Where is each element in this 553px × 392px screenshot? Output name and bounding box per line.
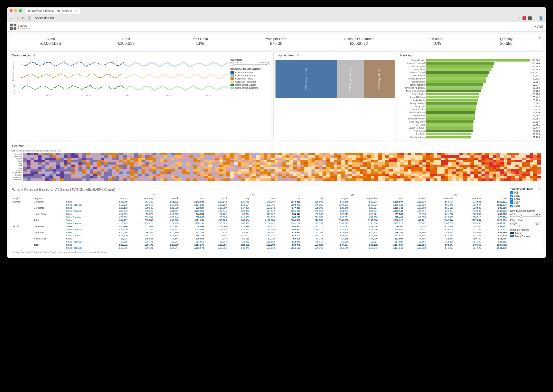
brand-name: apps xyxy=(20,24,27,27)
year-checkbox[interactable]: 2015 xyxy=(510,195,541,197)
kpi-label: Profit per Order xyxy=(265,37,288,41)
rank-row[interactable]: Cari MacIntyre£10,703 xyxy=(400,65,540,68)
heatmap-row xyxy=(23,174,541,176)
table-row: Sales Forecast£38,242£40,026£31,317£109,… xyxy=(12,209,508,213)
heatmap-row xyxy=(23,155,541,158)
rank-row[interactable]: Shahid Shariari£7,810 xyxy=(400,111,540,114)
tab-title: New tab | Tableau Tab | AppsFo… xyxy=(32,9,75,12)
rank-row[interactable]: Randy Bradley£8,062 xyxy=(400,102,540,105)
churn-slider[interactable] xyxy=(510,226,541,226)
close-icon[interactable] xyxy=(10,9,13,12)
heatmap-month-label: August xyxy=(12,169,22,172)
ranking-title: Ranking xyxy=(400,54,411,57)
rank-row[interactable]: Greg Tran£10,493 xyxy=(400,68,540,71)
rank-row[interactable]: Lena Radford£7,798 xyxy=(400,114,540,117)
table-row: Sales Forecast£55,785£50,841£47,044£153,… xyxy=(12,246,508,249)
gear-icon[interactable]: ⚙ xyxy=(538,187,541,191)
step-down-button[interactable]: ◂ xyxy=(535,223,538,225)
rank-row[interactable]: Alice McCarthy£7,526 xyxy=(400,120,540,123)
year-checkbox[interactable]: 2016 xyxy=(510,198,541,201)
step-up-button[interactable]: ▸ xyxy=(538,213,541,216)
growth-slider[interactable] xyxy=(510,216,541,217)
date-slider[interactable] xyxy=(230,64,269,65)
table-row: Sales Forecast£7,755£20,341£5,954£34,050… xyxy=(12,240,508,243)
dashboard-content: ⚙ Sales£2,064,526Profit£266,032Profit Ra… xyxy=(7,32,546,258)
kpi-card: Profit£266,032 xyxy=(118,37,135,46)
kpi-label: Discount xyxy=(430,37,444,41)
heatmap-row xyxy=(23,167,541,169)
new-tab-button[interactable]: + xyxy=(82,8,84,13)
kpi-value: 26,695 xyxy=(500,41,513,46)
rank-row[interactable]: Joy Bell-£7,213 xyxy=(400,133,540,135)
step-down-button[interactable]: ◂ xyxy=(535,213,538,216)
legend-item: Home Office, Actual xyxy=(230,84,269,86)
heatmap-row xyxy=(23,160,541,162)
maximize-icon[interactable] xyxy=(19,9,22,12)
kpi-value: £2,064,526 xyxy=(41,41,61,46)
gear-icon[interactable]: ⚙ xyxy=(33,54,36,57)
rank-row[interactable]: Justin Hirsh£8,199 xyxy=(400,99,540,102)
heatmap-month-label: November xyxy=(12,176,22,178)
year-checkbox[interactable]: 2018 xyxy=(510,205,541,207)
kpi-label: Quantity xyxy=(500,37,513,41)
info-icon[interactable]: ⓘ xyxy=(28,16,31,21)
kpi-card: Profit Ratio13% xyxy=(192,37,208,46)
year-checkbox[interactable]: (All) xyxy=(510,191,541,194)
rank-row[interactable]: Cynthia Delaney£9,526 xyxy=(400,77,540,80)
url-text[interactable]: localhost:8080 xyxy=(34,16,515,20)
table-row: Sales Forecast£123,769£109,478£121,950£3… xyxy=(12,222,508,225)
year-checkbox[interactable]: 2017 xyxy=(510,201,541,204)
rank-row[interactable]: Jill Fjeld£7,481 xyxy=(400,123,540,126)
rank-row[interactable]: Christina Anderson£8,963 xyxy=(400,86,540,89)
heatmap-month-label: April xyxy=(12,160,22,162)
table-row: TotalSales£42,571£38,798£35,900£117,270£… xyxy=(12,243,508,246)
rank-row[interactable]: James Galang£9,077 xyxy=(400,83,540,86)
rank-row[interactable]: Mike Gockenbach£8,700 xyxy=(400,89,540,92)
shipping-segment[interactable]: 52% Shipped Early xyxy=(276,60,337,98)
rank-row[interactable]: Laurel Beltran£8,442 xyxy=(400,96,540,98)
heatmap-month-label: March xyxy=(12,158,22,160)
tab-close-icon[interactable]: × xyxy=(76,9,78,12)
rank-row[interactable]: Benjamin Venier£7,786 xyxy=(400,117,540,120)
star-icon[interactable]: ☆ xyxy=(518,16,520,20)
shipping-panel: Shipping trend⚙ 52% Shipped Early23% Shi… xyxy=(273,51,396,140)
reload-icon[interactable]: ⟳ xyxy=(22,16,25,20)
rank-row[interactable]: Dave Brooks£7,872 xyxy=(400,108,540,111)
rank-row[interactable]: Odella Nelson£7,165 xyxy=(400,136,540,138)
ext-icon-2[interactable]: T xyxy=(528,16,532,20)
whatif-table: Q1Q2Q3Q4RegionSegmentJanuaryFebruaryMarc… xyxy=(12,194,508,249)
rank-row[interactable]: Rob Dowd£7,433 xyxy=(400,129,540,132)
rank-row[interactable]: Susan Pistek£16,564 xyxy=(400,59,540,62)
rank-row[interactable]: John Huston£9,524 xyxy=(400,80,540,83)
table-row: Sales Forecast£13,700£8,214£13,838£35,75… xyxy=(12,234,508,237)
table-row: Home OfficeSales£5,918£15,523£4,543£25,9… xyxy=(12,237,508,240)
rank-row[interactable]: Jason Fortune-£7,447 xyxy=(400,126,540,129)
forward-icon[interactable]: → xyxy=(16,16,19,20)
kpi-row: ⚙ Sales£2,064,526Profit£266,032Profit Ra… xyxy=(10,34,543,49)
shipping-title: Shipping trend xyxy=(276,54,295,57)
rank-row[interactable]: Patrick O'Donnell£10,960 xyxy=(400,62,540,65)
heatmap-row xyxy=(23,165,541,167)
profile-icon[interactable]: 👤 xyxy=(539,16,543,21)
minimize-icon[interactable] xyxy=(14,9,17,12)
year-filter-label: Year of Order Date xyxy=(510,187,541,190)
rank-row[interactable]: Denny Joy£7,933 xyxy=(400,105,540,108)
heatmap-row xyxy=(23,176,541,178)
table-row: Home OfficeSales£17,019£9,870£17,662£44,… xyxy=(12,213,508,216)
rank-row[interactable]: Ellis Ballard£9,747 xyxy=(400,74,540,77)
kpi-card: Sales£2,064,526 xyxy=(41,37,61,46)
shipping-segment[interactable]: 26% Shipped Late xyxy=(364,60,395,98)
measure-item: Sales Forecast xyxy=(510,235,541,237)
shipping-segment[interactable]: 23% Shipped On Time xyxy=(337,60,364,98)
rank-row[interactable]: Zuschuss Carroll£10,177 xyxy=(400,71,540,74)
back-icon[interactable]: ← xyxy=(10,16,13,20)
gear-icon[interactable]: ⚙ xyxy=(297,54,300,57)
step-up-button[interactable]: ▸ xyxy=(538,223,541,225)
rank-row[interactable]: Aimee Bixby£8,450 xyxy=(400,93,540,95)
menu-icon[interactable]: ⋮ xyxy=(534,16,537,20)
gear-icon[interactable]: ⚙ xyxy=(26,144,29,148)
gear-icon[interactable]: ⚙ xyxy=(538,36,541,39)
browser-tab[interactable]: ▦ New tab | Tableau Tab | AppsFo… × xyxy=(25,8,80,14)
ext-icon-1[interactable]: ▪ xyxy=(522,16,526,20)
add-button[interactable]: + Add xyxy=(535,25,543,28)
